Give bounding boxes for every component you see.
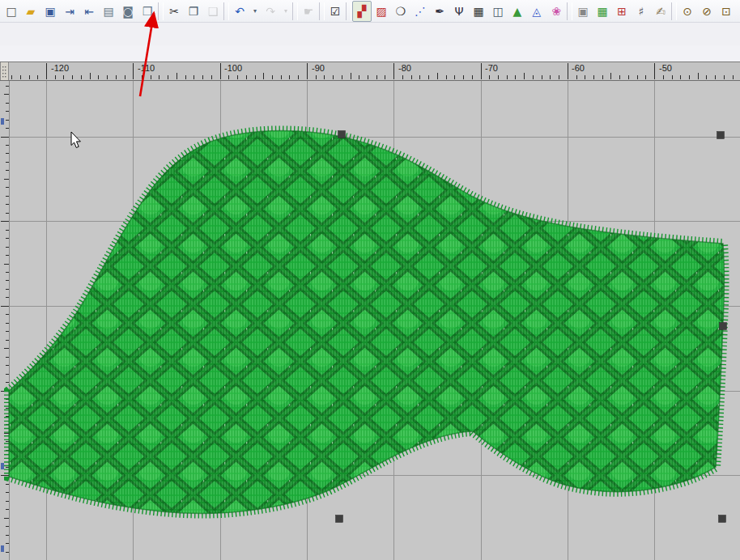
table-glyph: ◫ [492,6,503,17]
vertical-ruler [0,81,9,560]
stitch-patch-icon[interactable]: ▞ [352,1,372,22]
print-icon[interactable]: ▤ [99,1,118,22]
table-icon[interactable]: ◫ [488,1,508,22]
copy-icon[interactable]: ❐ [184,1,203,22]
redo-glyph: ↷ [266,6,275,17]
ruler-label--70: -70 [485,63,498,73]
zoom-window-icon[interactable]: ⊡ [717,1,736,22]
fence-hatch-glyph: ♯ [639,6,644,17]
import-glyph: ⇥ [65,6,74,17]
red-hatch-icon[interactable]: ▨ [372,1,391,22]
paste-glyph: ❑ [208,6,219,17]
vertical-ruler-label-marks [1,118,4,552]
flower-image-glyph: ❀ [551,6,561,17]
image-icon[interactable]: ▣ [573,1,593,22]
save-icon[interactable]: ▣ [40,1,60,22]
selection-handle[interactable] [338,131,346,138]
flower-image-icon[interactable]: ❀ [546,1,566,22]
print-preview-icon[interactable]: ◙ [118,1,138,22]
import-icon[interactable]: ⇥ [60,1,79,22]
toolbar-row-standard: □▰▣⇥⇤▤◙❒✂❐❑↶▾↷▾☛☑▞▨❍⋰✒Ψ▦◫▲◬❀▣▦⊞♯✍⊙⊘⊡⊕⊖ [0,0,740,23]
mesh-grid-glyph: ▦ [473,6,483,17]
landscape-icon[interactable]: ▲ [508,1,527,22]
toolbar-separator [292,2,298,20]
shape-outline-icon[interactable]: ❍ [391,1,410,22]
parameters-glyph: ⊞ [617,6,627,17]
zoom-1to1-glyph: ⊙ [683,6,692,17]
export-icon[interactable]: ⇤ [79,1,99,22]
ruler-label--90: -90 [312,63,325,73]
toolbar-empty-strip [0,45,740,62]
color-grid-icon[interactable]: ▦ [593,1,612,22]
cut-icon[interactable]: ✂ [164,1,184,22]
checkbox-icon[interactable]: ☑ [325,1,345,22]
print-glyph: ▤ [103,6,113,17]
capture-glyph: ❒ [142,6,153,17]
toolbar-separator [319,2,325,20]
copy-glyph: ❐ [189,6,199,17]
pin-icon[interactable]: Ψ [449,1,469,22]
ruler-corner-button[interactable] [1,62,9,81]
color-grid-glyph: ▦ [597,6,607,17]
open-file-glyph: ▰ [27,6,36,17]
select-hand-glyph: ☛ [304,6,314,17]
pin-glyph: Ψ [454,6,463,17]
zoom-in-icon[interactable]: ⊕ [736,1,740,22]
dotted-curve-icon[interactable]: ⋰ [410,1,430,22]
zoom-1to1-icon[interactable]: ⊙ [678,1,697,22]
selection-handle[interactable] [717,132,725,139]
pyramid-glyph: ◬ [533,6,542,17]
design-scene: -120-110-100-90-80-70-60-50 [0,0,740,560]
redo-caret-icon[interactable]: ▾ [280,1,291,22]
print-preview-glyph: ◙ [122,6,134,17]
ruler-label--80: -80 [398,63,411,73]
toolbar-separator [567,2,572,20]
selection-handle[interactable] [336,515,343,523]
horizontal-ruler-labels: -120-110-100-90-80-70-60-50 [51,63,672,73]
ruler-label--60: -60 [572,63,585,73]
checkbox-glyph: ☑ [330,6,341,17]
toolbar-separator [346,2,351,20]
properties-glyph: ✍ [656,6,666,17]
red-hatch-glyph: ▨ [376,6,386,17]
ruler-label--120: -120 [51,63,69,73]
needle-glyph: ✒ [435,6,444,17]
zoom-window-glyph: ⊡ [721,6,731,17]
dotted-curve-glyph: ⋰ [415,6,426,17]
stitch-patch-glyph: ▞ [358,6,367,17]
new-file-glyph: □ [6,6,16,17]
zoom-previous-glyph: ⊘ [702,6,712,17]
new-file-icon[interactable]: □ [2,1,21,22]
pyramid-icon[interactable]: ◬ [527,1,546,22]
ruler-label--100: -100 [224,63,242,73]
toolbar-separator [671,2,677,20]
landscape-glyph: ▲ [513,6,522,17]
capture-icon[interactable]: ❒ [138,1,157,22]
select-hand-icon[interactable]: ☛ [299,1,318,22]
zoom-previous-icon[interactable]: ⊘ [697,1,717,22]
needle-icon[interactable]: ✒ [430,1,449,22]
undo-icon[interactable]: ↶ [230,1,249,22]
vertical-ruler-ticks [1,86,9,552]
undo-caret-icon[interactable]: ▾ [249,1,261,22]
paste-icon[interactable]: ❑ [203,1,223,22]
cut-glyph: ✂ [169,6,179,17]
mesh-grid-icon[interactable]: ▦ [469,1,488,22]
shape-outline-glyph: ❍ [396,6,406,17]
undo-caret-glyph: ▾ [253,8,257,15]
selection-handle[interactable] [720,323,727,330]
image-glyph: ▣ [577,6,588,17]
horizontal-ruler [0,62,740,81]
undo-glyph: ↶ [235,6,245,17]
parameters-icon[interactable]: ⊞ [612,1,632,22]
properties-icon[interactable]: ✍ [651,1,670,22]
toolbar-separator [223,2,229,20]
selection-handle[interactable] [719,515,726,523]
redo-icon[interactable]: ↷ [261,1,280,22]
toolbar-separator [158,2,164,20]
redo-caret-glyph: ▾ [284,8,287,15]
fence-hatch-icon[interactable]: ♯ [632,1,651,22]
ruler-label--50: -50 [659,63,672,73]
save-glyph: ▣ [45,6,55,17]
open-file-icon[interactable]: ▰ [21,1,40,22]
